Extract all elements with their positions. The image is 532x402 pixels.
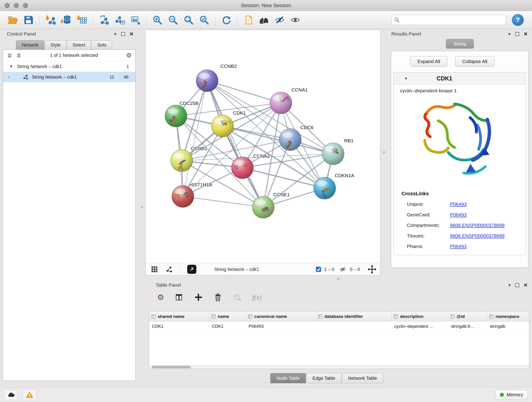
table-cell: P06493 [246,322,316,331]
network-edges[interactable] [176,81,333,207]
collapse-all-icon[interactable] [16,52,22,58]
table-column-header[interactable]: name [209,312,246,321]
clone-network-button[interactable] [98,13,110,27]
open-session-button[interactable] [6,13,19,27]
import-network-from-database-button[interactable] [60,13,73,27]
network-node-CDK1[interactable]: CDK1 [211,110,246,137]
import-table-from-file-button[interactable] [75,13,88,27]
gene-section-header[interactable]: ▼ CDK1 [394,72,526,85]
search-input[interactable] [402,16,503,24]
delete-table-icon-disabled [233,293,242,302]
apply-layout-button[interactable] [220,13,233,27]
delete-column-trash-icon[interactable] [213,293,223,302]
table-column-header[interactable]: description [392,312,448,321]
network-table-button[interactable] [113,13,126,27]
crosslink-link[interactable]: P06493 [450,212,467,217]
memory-button[interactable]: Memory [495,390,528,400]
show-all-button[interactable] [289,13,302,27]
export-view-button[interactable] [187,263,196,275]
tab-node-table[interactable]: Node Table [270,373,306,383]
panel-collapse-icon[interactable]: ▾ [508,31,511,37]
network-selection-status: 1 of 1 Network selected [22,53,126,58]
main-toolbar: ? [0,11,532,29]
hide-unselected-button[interactable] [273,13,286,27]
disclosure-triangle-icon[interactable]: ▼ [404,77,408,81]
network-node-RB1[interactable]: RB1 [322,138,354,165]
network-node-CCNB1[interactable]: CCNB1 [171,146,207,172]
zoom-in-button[interactable] [151,13,164,27]
panel-float-icon[interactable] [515,32,519,36]
panel-close-icon[interactable]: × [130,32,133,36]
cloud-status-button[interactable] [4,390,17,400]
crosslink-link[interactable]: 9606.ENSP00000378699 [450,223,505,228]
tab-network[interactable]: Network [16,40,44,50]
crosslink-link[interactable]: P06493 [450,244,467,249]
network-share-button[interactable] [166,263,173,275]
network-node-HIST1H1A[interactable]: HIST1H1A [172,182,212,207]
network-node-CDKN1A[interactable]: CDKN1A [314,173,354,199]
network-canvas[interactable]: CCNB2CCNA1CDC25BCDK1CDC6RB1CCNB1CCNA2CDK… [146,30,380,262]
help-button[interactable]: ? [512,14,524,26]
table-toolbar: ⚙ f(x) [148,289,530,305]
tab-edge-table[interactable]: Edge Table [306,373,342,383]
network-row-selected[interactable]: ● String Network – cdk1 11 48 [3,72,135,82]
zoom-out-button[interactable] [167,13,179,27]
function-builder-fx-icon[interactable]: f(x) [252,293,262,301]
table-column-header[interactable]: namespace [487,312,529,321]
zoom-fit-button[interactable] [182,13,195,27]
import-network-from-file-button[interactable] [44,13,57,27]
network-collection-row[interactable]: ▼ String Network – cdk1 1 [3,61,135,72]
network-node-CCNA1[interactable]: CCNA1 [270,87,308,114]
add-column-plus-icon[interactable] [194,293,203,302]
crosslink-link[interactable]: P06493 [450,201,467,207]
panel-collapse-icon[interactable]: ▾ [114,31,117,37]
node-label: RB1 [344,138,354,143]
tab-style[interactable]: Style [45,40,66,50]
tab-select[interactable]: Select [67,40,91,50]
crosslink-link[interactable]: 9606.ENSP00000378699 [450,233,505,239]
selected-indicator-checkbox[interactable] [316,263,322,275]
hidden-indicator-button[interactable] [339,263,346,275]
horizontal-scrollbar[interactable] [149,365,529,369]
save-session-button[interactable] [22,13,35,27]
table-column-header[interactable]: canonical name [246,312,316,321]
show-columns-icon[interactable] [174,293,184,302]
expand-all-icon[interactable] [7,52,13,58]
panel-float-icon[interactable] [515,283,519,287]
zoom-selected-button[interactable] [198,13,210,27]
network-collection-label: String Network – cdk1 [17,64,62,69]
tab-sets[interactable]: Sets [91,40,112,50]
string-results-tab[interactable]: String [446,39,474,49]
network-list-gear-icon[interactable]: ⚙ [126,52,132,59]
string-home-button[interactable] [258,13,271,27]
table-cell [316,322,392,331]
panel-resize-handle[interactable] [337,278,339,280]
node-label: CDKN1A [335,173,354,178]
crosshair-move-icon [367,264,377,274]
table-settings-gear-icon[interactable]: ⚙ [157,293,164,302]
table-column-header[interactable]: database identifier [316,312,392,321]
panel-collapse-icon[interactable]: ▾ [508,282,511,288]
panel-float-icon[interactable] [121,32,125,36]
birdseye-view-button[interactable] [151,263,158,275]
search-box[interactable] [391,15,506,25]
table-row[interactable]: CDK1 CDK1 P06493 cyclin–dependent ... st… [149,322,529,331]
scrollbar-thumb[interactable] [152,366,191,368]
table-column-header[interactable]: shared name [149,312,209,321]
warnings-button[interactable] [23,390,36,400]
zoom-fit-icon [183,14,194,26]
panel-close-icon[interactable]: × [524,32,527,36]
collapse-all-button[interactable]: Collapse All [455,56,494,67]
tab-network-table[interactable]: Network Table [342,373,383,383]
export-network-image-button[interactable] [129,13,142,27]
panel-resize-handle[interactable] [383,151,385,153]
pan-mode-button[interactable] [367,263,377,275]
column-grid-icon [318,314,322,319]
expand-all-button[interactable]: Expand All [410,56,447,67]
disclosure-triangle-icon[interactable]: ▼ [9,64,13,69]
panel-resize-handle[interactable] [141,206,143,208]
panel-close-icon[interactable]: × [524,283,527,287]
copy-document-button[interactable] [242,13,255,27]
table-column-header[interactable]: @id [448,312,487,321]
network-node-CDC6[interactable]: CDC6 [279,125,313,151]
